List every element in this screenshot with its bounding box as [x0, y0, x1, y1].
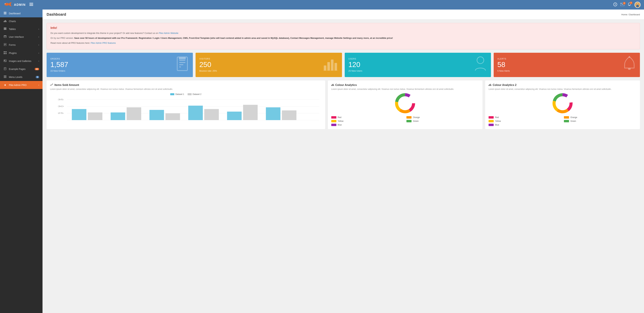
chart-legend: Dataset 1 Dataset 2: [50, 93, 322, 96]
alerts-sub: 5 New Alerts: [498, 70, 510, 72]
items-sold-icon: [50, 84, 53, 86]
svg-rect-77: [332, 84, 332, 86]
svg-rect-32: [4, 45, 5, 45]
sidebar-item-charts[interactable]: Charts: [0, 17, 42, 25]
stat-card-alerts: ALERTS 58 5 New Alerts: [494, 53, 640, 77]
nav-right: ? 9 9: [614, 2, 640, 8]
swatch2-red: [488, 116, 494, 118]
sidebar-item-example-pages-label: Example Pages: [9, 68, 33, 70]
svg-rect-48: [179, 57, 186, 59]
logo-icon: [4, 2, 12, 8]
sidebar-item-forms[interactable]: Forms ›: [0, 41, 42, 49]
svg-rect-26: [5, 28, 5, 30]
info-box: Info! Do you want custom development to …: [46, 23, 640, 49]
colour-analytics-title: Colour Analytics: [335, 84, 357, 86]
colour-analytics-chart-area: [331, 93, 479, 114]
bell-icon[interactable]: 9: [628, 2, 631, 7]
svg-rect-40: [4, 76, 6, 76]
svg-rect-71: [204, 109, 219, 120]
svg-text:35: 35: [58, 99, 64, 101]
swatch2-blue: [488, 124, 494, 126]
menu-levels-icon: [4, 76, 7, 78]
legend-label-d2: Dataset 2: [193, 93, 201, 96]
colour-analytics-legend: Red Orange Yellow Green: [331, 116, 479, 126]
breadcrumb-home: Home: [622, 13, 627, 16]
swatch2-yellow: [488, 120, 494, 122]
forms-icon: [4, 43, 7, 46]
svg-rect-4: [30, 3, 33, 4]
svg-text:30: 30: [58, 106, 64, 108]
visitors-label: VISITORS: [199, 58, 217, 60]
svg-rect-52: [334, 63, 337, 70]
svg-rect-16: [4, 12, 6, 12]
svg-rect-50: [327, 62, 330, 70]
sidebar-item-example-pages[interactable]: Example Pages 20: [0, 65, 42, 73]
avatar[interactable]: [634, 2, 640, 8]
svg-rect-5: [30, 4, 33, 4]
bar-chart: 35 30 25: [50, 97, 322, 123]
orders-icon: [176, 56, 189, 74]
svg-point-3: [5, 4, 6, 4]
svg-rect-28: [4, 36, 6, 36]
svg-rect-85: [488, 85, 489, 86]
bell-badge: 9: [630, 2, 632, 4]
svg-point-14: [637, 3, 638, 4]
colour-analytics2-chart: Colour Analytics 2 Lorem ipsum dolor sit…: [485, 80, 640, 129]
svg-rect-75: [282, 110, 296, 120]
pro-icon: ★: [4, 83, 7, 86]
visitors-icon: [323, 57, 338, 73]
sidebar-item-tables[interactable]: Tables ›: [0, 25, 42, 33]
colour-analytics2-title: Colour Analytics 2: [493, 84, 516, 86]
help-icon[interactable]: ?: [614, 2, 617, 7]
colour-analytics2-icon: [488, 84, 491, 86]
sidebar-item-ui[interactable]: User Interface ›: [0, 33, 42, 41]
colour-analytics-icon: [331, 84, 334, 86]
visitors-sub: Bounce rate: 25%: [199, 70, 217, 72]
alerts-label: ALERTS: [498, 58, 510, 60]
swatch-green: [406, 120, 412, 122]
sidebar-item-dashboard[interactable]: Dashboard: [0, 10, 42, 17]
hamburger-button[interactable]: [28, 2, 34, 8]
svg-rect-31: [4, 44, 6, 45]
svg-point-15: [636, 5, 639, 7]
layout: Dashboard Charts: [0, 10, 644, 313]
items-sold-desc: Lorem ipsum dolor sit amet, consectetur …: [50, 88, 322, 91]
sidebar-item-menu-levels[interactable]: Menu Levels 9: [0, 73, 42, 81]
info-link2[interactable]: Pike Admin PRO features: [91, 42, 116, 44]
info-title: Info!: [50, 26, 636, 30]
svg-point-56: [628, 56, 630, 58]
sidebar-item-pro-label: Pike Admin PRO: [9, 84, 36, 86]
sidebar-item-images[interactable]: Images and Galleries ›: [0, 57, 42, 65]
svg-point-54: [477, 57, 484, 64]
info-line2: Or try our PRO version: Save over 50 hou…: [50, 36, 636, 40]
colour-analytics-desc: Lorem ipsum dolor sit amet, consectetur …: [331, 88, 479, 91]
dashboard-icon: [4, 12, 7, 15]
sidebar-item-plugins[interactable]: Plugins ›: [0, 49, 42, 57]
plugins-arrow: ›: [38, 52, 39, 54]
svg-rect-34: [6, 51, 6, 52]
svg-rect-46: [179, 64, 183, 65]
mail-icon[interactable]: 9: [620, 3, 624, 7]
tables-icon: [4, 28, 7, 30]
swatch2-green: [564, 120, 569, 122]
svg-text:?: ?: [614, 3, 616, 6]
ui-icon: [4, 36, 7, 38]
info-line3: Read more about all PRO features here: P…: [50, 41, 636, 45]
pro-arrow: ›: [38, 84, 39, 86]
menu-levels-badge: 9: [36, 76, 39, 78]
svg-rect-49: [324, 66, 326, 70]
stat-card-visitors: VISITORS 250 Bounce rate: 25%: [196, 53, 342, 77]
breadcrumb: Home / Dashboard: [622, 13, 640, 16]
svg-rect-86: [490, 84, 490, 86]
page-title: Dashboard: [46, 12, 66, 17]
svg-rect-30: [4, 44, 6, 44]
info-link1[interactable]: Pike Admin Website: [159, 32, 178, 34]
sidebar-item-pro[interactable]: ★ Pike Admin PRO ›: [0, 81, 42, 89]
colour-analytics-chart: Colour Analytics Lorem ipsum dolor sit a…: [328, 80, 482, 129]
sidebar-item-ui-label: User Interface: [9, 36, 36, 38]
sidebar-item-menu-levels-label: Menu Levels: [9, 76, 34, 78]
svg-rect-65: [88, 112, 102, 120]
colour-analytics2-legend: Red Orange Yellow Green: [488, 116, 636, 126]
colour-analytics2-desc: Lorem ipsum dolor sit amet, consectetur …: [488, 88, 636, 91]
sidebar-item-charts-label: Charts: [9, 20, 39, 22]
